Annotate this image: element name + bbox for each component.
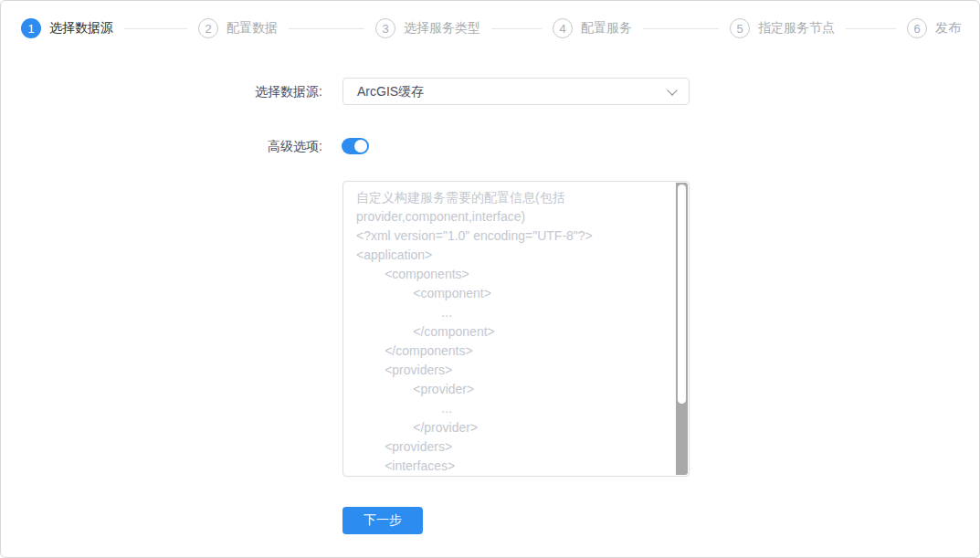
step-3-select-service-type: 3 选择服务类型 — [375, 18, 553, 38]
chevron-down-icon — [667, 85, 677, 95]
step-6-publish: 6 发布 — [907, 18, 961, 38]
step-3-label: 选择服务类型 — [404, 20, 480, 37]
step-6-badge: 6 — [907, 18, 927, 38]
publish-service-wizard-page: 1 选择数据源 2 配置数据 3 选择服务类型 4 配置服务 5 指定服务节点 … — [0, 0, 980, 558]
step-2-label: 配置数据 — [227, 20, 278, 37]
step-6-label: 发布 — [935, 20, 961, 37]
next-step-button[interactable]: 下一步 — [342, 507, 423, 534]
step-1-label: 选择数据源 — [49, 20, 113, 37]
datasource-select[interactable]: ArcGIS缓存 — [342, 78, 690, 105]
step-5-badge: 5 — [730, 18, 750, 38]
advanced-options-toggle[interactable] — [342, 138, 369, 154]
step-1-badge: 1 — [21, 18, 41, 38]
wizard-steps: 1 选择数据源 2 配置数据 3 选择服务类型 4 配置服务 5 指定服务节点 … — [21, 18, 961, 38]
step-4-configure-service: 4 配置服务 — [553, 18, 730, 38]
step-1-select-datasource: 1 选择数据源 — [21, 18, 198, 38]
step-connector — [289, 28, 364, 29]
service-config-textarea[interactable]: 自定义构建服务需要的配置信息(包括 provider,component,int… — [342, 181, 690, 477]
step-connector — [846, 28, 896, 29]
textarea-scrollbar[interactable] — [676, 183, 688, 475]
step-connector — [491, 28, 542, 29]
step-4-label: 配置服务 — [581, 20, 632, 37]
step-5-label: 指定服务节点 — [758, 20, 835, 37]
step-2-configure-data: 2 配置数据 — [198, 18, 375, 38]
datasource-select-value: ArcGIS缓存 — [357, 79, 424, 104]
step-5-specify-service-node: 5 指定服务节点 — [730, 18, 907, 38]
textarea-scrollbar-thumb[interactable] — [678, 184, 686, 404]
step-connector — [124, 28, 187, 29]
datasource-label: 选择数据源: — [140, 84, 322, 99]
service-config-placeholder: 自定义构建服务需要的配置信息(包括 provider,component,int… — [343, 182, 676, 476]
advanced-options-label: 高级选项: — [140, 139, 322, 153]
step-4-badge: 4 — [553, 18, 573, 38]
toggle-knob — [354, 140, 367, 153]
step-2-badge: 2 — [198, 18, 218, 38]
step-connector — [643, 28, 719, 29]
step-3-badge: 3 — [375, 18, 395, 38]
